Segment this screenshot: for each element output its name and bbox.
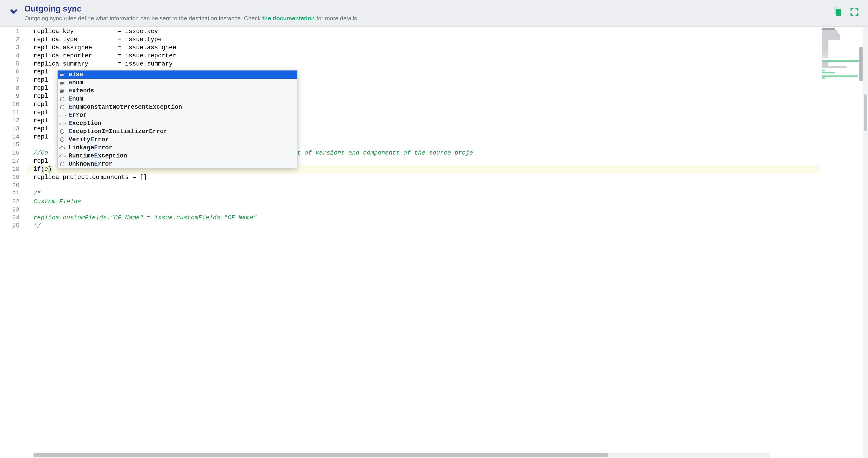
hex-icon [59,136,65,143]
svg-rect-1 [60,74,64,75]
line-number: 11 [0,109,20,117]
block-icon [59,79,65,86]
vertical-scrollbar[interactable] [863,27,868,458]
line-number: 21 [0,190,20,198]
subtitle-prefix: Outgoing sync rules define what informat… [24,15,262,22]
svg-rect-8 [60,92,63,92]
autocomplete-item[interactable]: extends [58,87,297,95]
autocomplete-item[interactable]: <T>RuntimeException [58,152,297,160]
hex-icon [59,104,65,110]
autocomplete-item[interactable]: <T>Exception [58,119,297,127]
line-number: 17 [0,157,20,165]
line-number: 3 [0,44,20,52]
svg-rect-2 [60,76,63,76]
autocomplete-item[interactable]: EnumConstantNotPresentException [58,103,297,111]
autocomplete-popup[interactable]: elseenumextendsEnumEnumConstantNotPresen… [57,70,298,168]
line-number: 15 [0,141,20,149]
autocomplete-label: enum [68,79,83,86]
autocomplete-item[interactable]: ExceptionInInitializerError [58,127,297,136]
line-number: 6 [0,68,20,76]
svg-rect-3 [60,81,64,82]
panel-header: Outgoing sync Outgoing sync rules define… [0,0,868,27]
autocomplete-label: else [68,71,83,78]
line-number: 1 [0,28,20,36]
collapse-chevron-icon[interactable] [9,7,19,17]
line-number: 12 [0,117,20,125]
line-number: 18 [0,165,20,173]
autocomplete-item[interactable]: <T>Error [58,111,297,119]
autocomplete-label: ExceptionInInitializerError [68,128,167,135]
autocomplete-label: UnknownError [68,161,112,167]
code-line[interactable]: replica.key = issue.key [33,28,819,36]
line-number: 22 [0,198,20,206]
autocomplete-label: Error [68,112,87,119]
code-line[interactable]: replica.reporter = issue.reporter [33,52,819,60]
code-line[interactable]: replica.assignee = issue.assignee [33,44,819,52]
code-line[interactable]: */ [33,222,819,230]
header-text-block: Outgoing sync Outgoing sync rules define… [24,4,827,22]
header-actions [833,7,859,17]
autocomplete-label: extends [68,88,94,94]
hex-icon [59,128,65,135]
code-line[interactable]: replica.type = issue.type [33,36,819,44]
autocomplete-label: EnumConstantNotPresentException [68,104,182,110]
hex-icon [59,96,65,102]
line-number: 10 [0,101,20,109]
line-number: 14 [0,133,20,141]
autocomplete-label: VerifyError [68,136,109,143]
autocomplete-label: Enum [68,96,83,102]
line-number: 2 [0,36,20,44]
line-number: 4 [0,52,20,60]
autocomplete-item[interactable]: VerifyError [58,136,297,144]
page-subtitle: Outgoing sync rules define what informat… [24,15,827,22]
autocomplete-item[interactable]: enum [58,78,297,87]
line-number: 16 [0,149,20,157]
line-number: 25 [0,222,20,230]
autocomplete-item[interactable]: <T>LinkageError [58,144,297,152]
line-number: 20 [0,182,20,190]
svg-rect-5 [60,84,63,84]
code-line[interactable] [33,182,819,190]
page-title: Outgoing sync [24,4,827,13]
autocomplete-label: LinkageError [68,144,112,151]
minimap-scroll-thumb[interactable] [860,47,863,81]
code-line[interactable]: /* [33,190,819,198]
t-icon: <T> [59,120,65,127]
t-icon: <T> [59,112,65,119]
autocomplete-label: RuntimeException [68,153,127,159]
copy-icon[interactable] [833,7,842,17]
code-minimap[interactable] [819,27,863,458]
hex-icon [59,161,65,167]
line-number: 7 [0,76,20,84]
code-editor[interactable]: 1234567891011121314151617181920212223242… [0,27,819,458]
line-number-gutter: 1234567891011121314151617181920212223242… [0,27,27,458]
autocomplete-item[interactable]: UnknownError [58,160,297,168]
fullscreen-icon[interactable] [850,7,859,17]
code-line[interactable] [33,206,819,214]
t-icon: <T> [59,153,65,159]
subtitle-suffix: for more details. [315,15,359,22]
svg-rect-4 [60,83,64,84]
autocomplete-item[interactable]: Enum [58,95,297,103]
line-number: 13 [0,125,20,133]
block-icon [59,88,65,94]
documentation-link[interactable]: the documentation [262,15,315,22]
svg-rect-6 [60,89,64,90]
horizontal-scrollbar[interactable] [33,453,770,458]
svg-rect-7 [60,91,64,92]
t-icon: <T> [59,144,65,151]
line-number: 23 [0,206,20,214]
code-line[interactable]: replica.project.components = [] [33,173,819,182]
code-line[interactable]: Custom Fields [33,198,819,206]
autocomplete-item[interactable]: else [58,70,297,78]
svg-rect-0 [60,73,64,74]
line-number: 8 [0,84,20,92]
code-line[interactable]: replica.summary = issue.summary [33,60,819,68]
code-line[interactable]: replica.customFields."CF Name" = issue.c… [33,214,819,222]
autocomplete-label: Exception [68,120,101,127]
line-number: 19 [0,173,20,182]
line-number: 5 [0,60,20,68]
block-icon [59,71,65,78]
line-number: 24 [0,214,20,222]
line-number: 9 [0,92,20,101]
